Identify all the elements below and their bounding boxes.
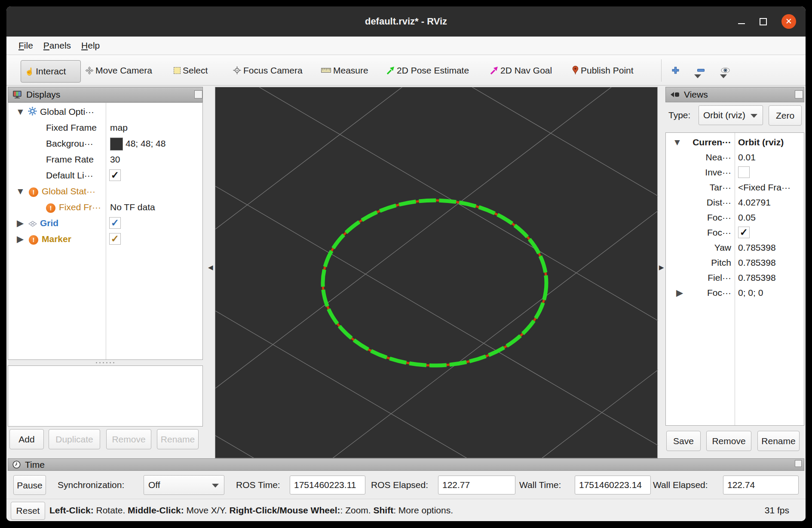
time-float-button[interactable] <box>795 460 802 467</box>
menu-panels[interactable]: Panels <box>43 40 71 51</box>
focal-shape-fixed-checkbox[interactable]: ✓ <box>738 227 750 238</box>
views-row-focal-shape-fixed[interactable]: Foc··· ✓ <box>666 224 804 240</box>
views-row-current-view[interactable]: ▼ Curren··· Orbit (rviz) <box>666 134 804 150</box>
expander-right-icon[interactable]: ▶ <box>17 231 24 247</box>
remove-view-button[interactable]: Remove <box>706 431 751 451</box>
tree-row-global-options[interactable]: ▼ Global Opti··· <box>8 104 202 120</box>
expander-down-icon[interactable]: ▼ <box>16 104 25 120</box>
rviz-window: default.rviz* - RViz ✕ File Panels Help … <box>6 6 806 521</box>
remove-tool-dropdown-icon[interactable] <box>694 74 701 78</box>
warning-icon: ! <box>46 203 55 213</box>
expander-down-icon[interactable]: ▼ <box>16 183 25 199</box>
rename-view-button[interactable]: Rename <box>757 431 800 451</box>
displays-panel-header[interactable]: Displays <box>8 87 203 102</box>
add-tool-button[interactable] <box>672 55 679 86</box>
magenta-arrow-icon <box>490 66 498 75</box>
tool-2d-pose-estimate[interactable]: 2D Pose Estimate <box>386 55 469 86</box>
menu-file[interactable]: File <box>18 40 33 51</box>
close-icon[interactable]: ✕ <box>781 14 796 29</box>
views-row-field-of-view[interactable]: Fiel··· 0.785398 <box>666 270 804 285</box>
tool-move-camera[interactable]: Move Camera <box>86 55 152 86</box>
tool-publish-point[interactable]: Publish Point <box>572 55 634 86</box>
grid-line <box>215 311 658 459</box>
tool-2d-nav-goal[interactable]: 2D Nav Goal <box>490 55 552 86</box>
reset-button[interactable]: Reset <box>11 502 45 520</box>
fixed-frame-value[interactable]: map <box>110 120 128 135</box>
marker-enabled-checkbox[interactable]: ✓ <box>109 233 121 245</box>
tree-row-frame-rate[interactable]: Frame Rate 30 <box>8 151 202 167</box>
grid-line <box>215 87 658 196</box>
pitch-value[interactable]: 0.785398 <box>738 255 776 270</box>
remove-tool-button[interactable] <box>697 55 705 86</box>
tool-visibility-dropdown-icon[interactable] <box>720 74 727 78</box>
near-clip-value[interactable]: 0.01 <box>738 149 756 165</box>
views-row-distance[interactable]: Dist··· 4.02791 <box>666 194 804 210</box>
collapse-right-panel-icon[interactable]: ▶ <box>659 264 664 271</box>
views-row-focal-point[interactable]: ▶ Foc··· 0; 0; 0 <box>666 285 804 301</box>
ros-time-input[interactable]: 1751460223.11 <box>290 476 365 494</box>
gear-icon <box>28 107 37 116</box>
collapse-left-panel-icon[interactable]: ◀ <box>208 264 213 271</box>
hand-pointer-icon: ☝ <box>25 67 34 76</box>
viewport[interactable] <box>215 87 658 458</box>
view-type-dropdown[interactable]: Orbit (rviz) <box>699 105 763 125</box>
views-row-invert-z[interactable]: Inve··· <box>666 164 804 180</box>
views-row-yaw[interactable]: Yaw 0.785398 <box>666 239 804 255</box>
yaw-value[interactable]: 0.785398 <box>738 239 776 255</box>
rename-display-button[interactable]: Rename <box>157 429 199 449</box>
tree-row-fixed-frame[interactable]: Fixed Frame map <box>8 120 202 135</box>
views-panel-title: Views <box>684 89 708 100</box>
views-float-button[interactable] <box>795 90 803 98</box>
duplicate-display-button[interactable]: Duplicate <box>49 429 100 449</box>
focal-shape-size-value[interactable]: 0.05 <box>738 209 756 225</box>
remove-display-button[interactable]: Remove <box>106 429 151 449</box>
focal-point-value[interactable]: 0; 0; 0 <box>738 285 763 301</box>
tree-row-background-color[interactable]: Backgrou··· 48; 48; 48 <box>8 135 202 151</box>
tree-row-marker[interactable]: ▶ ! Marker ✓ <box>8 231 202 247</box>
invert-z-checkbox[interactable] <box>738 166 750 178</box>
tree-row-global-status[interactable]: ▼ ! Global Stat··· <box>8 183 202 199</box>
pause-button[interactable]: Pause <box>13 475 46 495</box>
background-color-value[interactable]: 48; 48; 48 <box>110 135 165 151</box>
maximize-icon[interactable] <box>760 18 767 25</box>
tool-interact[interactable]: ☝ Interact <box>21 60 81 83</box>
warning-icon: ! <box>29 235 38 245</box>
synchronization-label: Synchronization: <box>58 475 124 495</box>
views-row-near-clip[interactable]: Nea··· 0.01 <box>666 149 804 165</box>
eye-icon <box>721 68 730 73</box>
displays-float-button[interactable] <box>194 90 202 98</box>
synchronization-dropdown[interactable]: Off <box>144 475 224 495</box>
distance-value[interactable]: 4.02791 <box>738 194 771 210</box>
displays-splitter-handle[interactable] <box>96 362 116 364</box>
tool-select[interactable]: Select <box>174 55 208 86</box>
default-light-checkbox[interactable]: ✓ <box>109 169 121 181</box>
zero-button[interactable]: Zero <box>769 105 802 126</box>
field-of-view-value[interactable]: 0.785398 <box>738 270 776 285</box>
tree-row-default-light[interactable]: Default Li··· ✓ <box>8 167 202 183</box>
views-row-target-frame[interactable]: Tar··· <Fixed Fra··· <box>666 179 804 195</box>
tool-focus-camera[interactable]: Focus Camera <box>233 55 303 86</box>
add-display-button[interactable]: Add <box>9 429 44 449</box>
expander-right-icon[interactable]: ▶ <box>17 215 24 231</box>
ros-elapsed-input[interactable]: 122.77 <box>438 476 515 494</box>
tree-row-fixed-frame-status[interactable]: ! Fixed Fr··· No TF data <box>8 199 202 215</box>
frame-rate-value[interactable]: 30 <box>110 151 120 167</box>
minimize-icon[interactable] <box>738 23 745 24</box>
tool-measure[interactable]: Measure <box>321 55 368 86</box>
grid-enabled-checkbox[interactable]: ✓ <box>109 217 121 229</box>
wall-elapsed-input[interactable]: 122.74 <box>723 476 799 494</box>
views-tree: ▼ Curren··· Orbit (rviz) Nea··· 0.01 Inv… <box>665 132 804 426</box>
views-panel-header[interactable]: Views <box>665 87 804 102</box>
titlebar[interactable]: default.rviz* - RViz ✕ <box>6 6 806 37</box>
time-panel-header[interactable]: Time <box>8 458 804 471</box>
tool-visibility-button[interactable] <box>721 55 730 86</box>
views-row-pitch[interactable]: Pitch 0.785398 <box>666 255 804 270</box>
save-view-button[interactable]: Save <box>666 431 701 451</box>
views-row-focal-shape-size[interactable]: Foc··· 0.05 <box>666 209 804 225</box>
wall-time-input[interactable]: 1751460223.14 <box>575 476 651 494</box>
displays-description-area <box>8 365 203 427</box>
grid-line <box>215 87 658 321</box>
tree-row-grid[interactable]: ▶ Grid ✓ <box>8 215 202 231</box>
menu-help[interactable]: Help <box>81 40 100 51</box>
target-frame-value[interactable]: <Fixed Fra··· <box>738 179 791 195</box>
